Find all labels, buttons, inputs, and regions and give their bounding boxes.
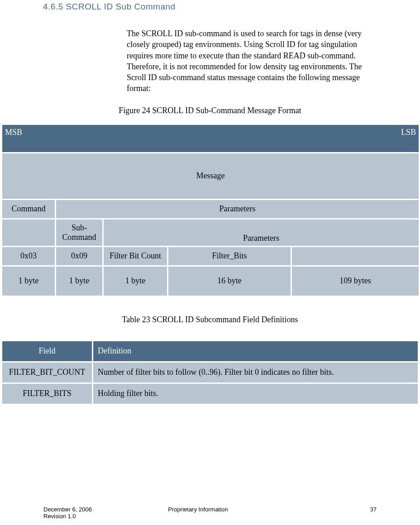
val-1: 0x09 [56, 247, 102, 265]
footer-date: December 6, 2006 [43, 506, 92, 513]
field-header: Field [2, 341, 92, 361]
msb-label: MSB [5, 128, 22, 137]
figure-caption: Figure 24 SCROLL ID Sub-Command Message … [0, 106, 420, 115]
msb-lsb-header: MSB LSB [2, 125, 419, 152]
definition-header: Definition [93, 341, 418, 361]
definition-cell: Number of filter bits to follow (0..96).… [93, 363, 418, 382]
field-cell: FILTER_BITS [2, 384, 92, 404]
val-4 [292, 247, 419, 265]
page-footer: December 6, 2006 Proprietary Information… [0, 506, 420, 520]
footer-page: 37 [358, 506, 377, 513]
size-1: 1 byte [56, 267, 102, 296]
footer-revision: Revision 1.0 [43, 513, 76, 520]
message-cell: Message [2, 153, 419, 199]
field-cell: FILTER_BIT_COUNT [2, 363, 92, 382]
body-paragraph: The SCROLL ID sub-command is used to sea… [127, 28, 380, 94]
lsb-label: LSB [401, 128, 416, 137]
val-2: Filter Bit Count [104, 247, 167, 265]
table-row: FILTER_BIT_COUNT Number of filter bits t… [2, 363, 418, 382]
size-4: 109 bytes [292, 267, 419, 296]
parameters2-cell: Parameters [104, 220, 419, 246]
footer-center: Proprietary Information [92, 506, 304, 513]
size-2: 1 byte [104, 267, 167, 296]
field-definitions-table: Field Definition FILTER_BIT_COUNT Number… [1, 340, 419, 405]
val-0: 0x03 [2, 247, 55, 265]
parameters-cell: Parameters [56, 200, 419, 218]
table-row: FILTER_BITS Holding filter bits. [2, 384, 418, 404]
definition-cell: Holding filter bits. [93, 384, 418, 404]
message-format-table: MSB LSB Message Command Parameters Sub-C… [1, 124, 420, 297]
table-caption: Table 23 SCROLL ID Subcommand Field Defi… [0, 315, 420, 325]
empty-cell [2, 220, 55, 246]
command-cell: Command [2, 200, 55, 218]
section-heading: 4.6.5 SCROLL ID Sub Command [43, 2, 420, 12]
sub-command-cell: Sub-Command [56, 220, 102, 246]
size-3: 16 byte [168, 267, 291, 296]
size-0: 1 byte [2, 267, 55, 296]
val-3: Filter_Bits [168, 247, 291, 265]
